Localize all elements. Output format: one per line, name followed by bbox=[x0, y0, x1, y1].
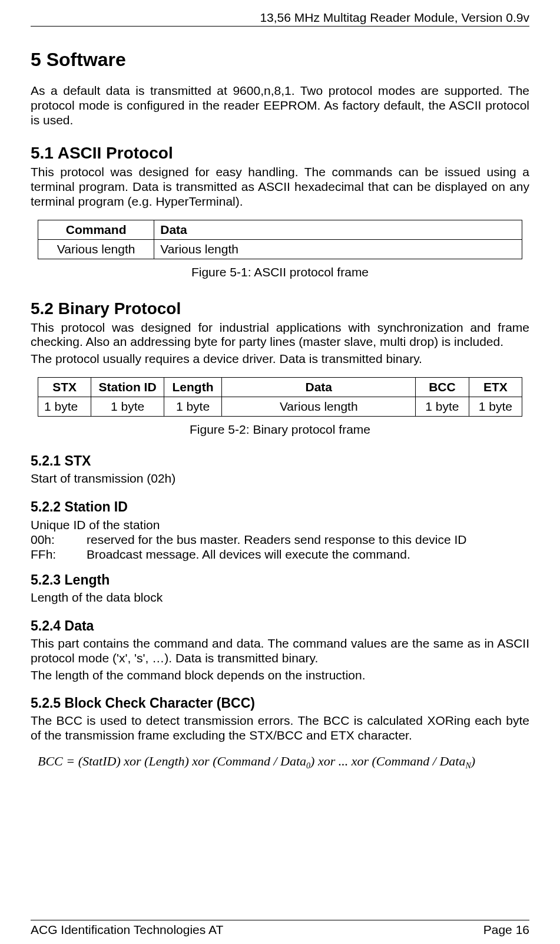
f-p3a: (Command / Data bbox=[213, 754, 306, 768]
f-p2: (Length) bbox=[144, 754, 189, 768]
table-row: Command Data bbox=[38, 220, 522, 239]
table-row: 1 byte 1 byte 1 byte Various length 1 by… bbox=[38, 397, 522, 416]
h3-station-id: 5.2.2 Station ID bbox=[31, 499, 529, 515]
td-data: Various length bbox=[154, 239, 522, 259]
data-body-2: The length of the command block depends … bbox=[31, 668, 529, 683]
f-subN: N bbox=[465, 761, 470, 770]
f-p3b: ) bbox=[310, 754, 314, 768]
td-station-id: 1 byte bbox=[91, 397, 164, 416]
bcc-formula: BCC = (StatID) xor (Length) xor (Command… bbox=[38, 754, 529, 771]
h1-software: 5 Software bbox=[31, 49, 529, 71]
f-xor-1: xor bbox=[124, 754, 141, 768]
f-lhs: BCC bbox=[38, 754, 63, 768]
ascii-protocol-body: This protocol was designed for easy hand… bbox=[31, 165, 529, 209]
td-command: Various length bbox=[38, 239, 154, 259]
th-data: Data bbox=[222, 377, 416, 397]
data-body-1: This part contains the command and data.… bbox=[31, 636, 529, 666]
def-val-00h: reserved for the bus master. Readers sen… bbox=[87, 532, 467, 547]
td-bcc: 1 byte bbox=[416, 397, 469, 416]
f-sub0: 0 bbox=[306, 761, 310, 770]
ascii-frame-table: Command Data Various length Various leng… bbox=[38, 220, 522, 259]
def-key-ffh: FFh: bbox=[31, 547, 87, 562]
th-length: Length bbox=[164, 377, 222, 397]
figure-5-1-caption: Figure 5-1: ASCII protocol frame bbox=[31, 265, 529, 279]
h2-ascii-protocol: 5.1 ASCII Protocol bbox=[31, 144, 529, 163]
footer-left: ACG Identification Technologies AT bbox=[31, 923, 223, 937]
binary-protocol-body-2: The protocol usually requires a device d… bbox=[31, 352, 529, 367]
f-xor-4: xor bbox=[352, 754, 369, 768]
th-stx: STX bbox=[38, 377, 91, 397]
length-body: Length of the data block bbox=[31, 590, 529, 605]
table-row: STX Station ID Length Data BCC ETX bbox=[38, 377, 522, 397]
td-data: Various length bbox=[222, 397, 416, 416]
f-eq: = bbox=[66, 754, 75, 768]
h2-binary-protocol: 5.2 Binary Protocol bbox=[31, 299, 529, 318]
table-row: Various length Various length bbox=[38, 239, 522, 259]
f-xor-3: xor bbox=[318, 754, 335, 768]
page-footer: ACG Identification Technologies AT Page … bbox=[31, 920, 529, 937]
def-val-ffh: Broadcast message. All devices will exec… bbox=[87, 547, 410, 562]
f-xor-2: xor bbox=[192, 754, 209, 768]
f-p4b: ) bbox=[471, 754, 475, 768]
h3-data: 5.2.4 Data bbox=[31, 618, 529, 634]
td-etx: 1 byte bbox=[469, 397, 522, 416]
f-p1: (StatID) bbox=[78, 754, 121, 768]
td-stx: 1 byte bbox=[38, 397, 91, 416]
th-data: Data bbox=[154, 220, 522, 239]
f-p4a: (Command / Data bbox=[372, 754, 466, 768]
td-length: 1 byte bbox=[164, 397, 222, 416]
footer-right: Page 16 bbox=[483, 923, 529, 937]
h3-length: 5.2.3 Length bbox=[31, 572, 529, 588]
h3-bcc: 5.2.5 Block Check Character (BCC) bbox=[31, 695, 529, 711]
def-row-ffh: FFh: Broadcast message. All devices will… bbox=[31, 547, 529, 562]
def-row-00h: 00h: reserved for the bus master. Reader… bbox=[31, 532, 529, 547]
intro-paragraph: As a default data is transmitted at 9600… bbox=[31, 84, 529, 127]
binary-frame-table: STX Station ID Length Data BCC ETX 1 byt… bbox=[38, 377, 522, 417]
binary-protocol-body-1: This protocol was designed for industria… bbox=[31, 321, 529, 350]
th-etx: ETX bbox=[469, 377, 522, 397]
def-key-00h: 00h: bbox=[31, 532, 87, 547]
page-header: 13,56 MHz Multitag Reader Module, Versio… bbox=[31, 11, 529, 27]
th-station-id: Station ID bbox=[91, 377, 164, 397]
th-bcc: BCC bbox=[416, 377, 469, 397]
stx-body: Start of transmission (02h) bbox=[31, 471, 529, 486]
th-command: Command bbox=[38, 220, 154, 239]
figure-5-2-caption: Figure 5-2: Binary protocol frame bbox=[31, 423, 529, 437]
station-id-line1: Unique ID of the station bbox=[31, 517, 529, 532]
h3-stx: 5.2.1 STX bbox=[31, 453, 529, 469]
station-id-defs: Unique ID of the station 00h: reserved f… bbox=[31, 517, 529, 562]
f-dots: ... bbox=[339, 754, 349, 768]
bcc-body: The BCC is used to detect transmission e… bbox=[31, 714, 529, 743]
